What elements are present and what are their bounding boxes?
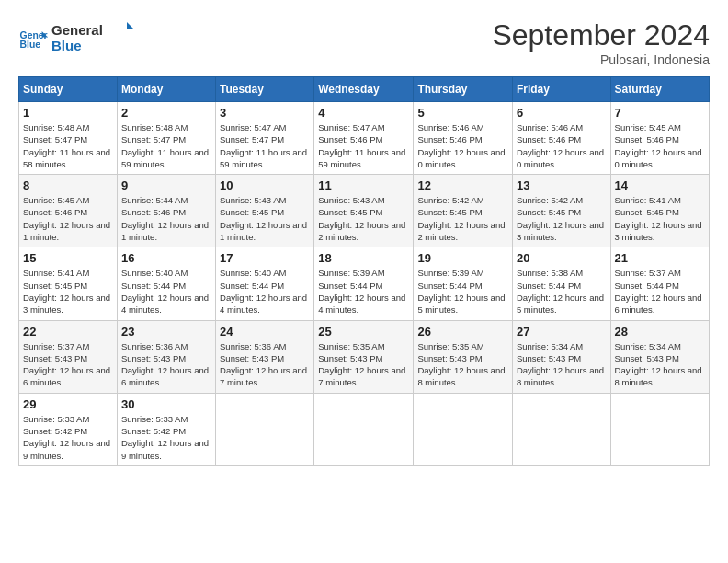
calendar-cell: 2 Sunrise: 5:48 AM Sunset: 5:47 PM Dayli…	[117, 102, 215, 175]
day-number: 9	[121, 178, 211, 192]
day-number: 7	[615, 106, 705, 120]
logo-svg: General Blue	[51, 18, 134, 55]
calendar-cell: 29 Sunrise: 5:33 AM Sunset: 5:42 PM Dayl…	[19, 393, 118, 465]
logo-icon: General Blue	[18, 24, 48, 53]
calendar-table: SundayMondayTuesdayWednesdayThursdayFrid…	[18, 76, 710, 466]
calendar-cell: 24 Sunrise: 5:36 AM Sunset: 5:43 PM Dayl…	[216, 320, 314, 393]
day-number: 10	[220, 178, 310, 192]
calendar-week-5: 29 Sunrise: 5:33 AM Sunset: 5:42 PM Dayl…	[19, 393, 710, 465]
calendar-cell: 10 Sunrise: 5:43 AM Sunset: 5:45 PM Dayl…	[216, 175, 314, 247]
day-number: 4	[318, 106, 409, 120]
calendar-cell: 27 Sunrise: 5:34 AM Sunset: 5:43 PM Dayl…	[512, 320, 610, 393]
day-number: 12	[417, 178, 508, 192]
day-number: 21	[615, 251, 705, 265]
day-number: 23	[121, 325, 211, 339]
day-number: 28	[615, 325, 705, 339]
day-info: Sunrise: 5:42 AM Sunset: 5:45 PM Dayligh…	[517, 194, 607, 243]
col-header-sunday: Sunday	[19, 77, 118, 102]
calendar-cell: 6 Sunrise: 5:46 AM Sunset: 5:46 PM Dayli…	[512, 102, 610, 175]
day-number: 20	[517, 251, 607, 265]
day-number: 8	[23, 178, 113, 192]
calendar-cell	[216, 393, 314, 465]
calendar-cell: 3 Sunrise: 5:47 AM Sunset: 5:47 PM Dayli…	[216, 102, 314, 175]
title-block: September 2024 Pulosari, Indonesia	[492, 18, 710, 67]
col-header-thursday: Thursday	[414, 77, 513, 102]
calendar-week-2: 8 Sunrise: 5:45 AM Sunset: 5:46 PM Dayli…	[19, 175, 710, 247]
day-number: 14	[615, 178, 705, 192]
day-info: Sunrise: 5:39 AM Sunset: 5:44 PM Dayligh…	[318, 267, 409, 316]
calendar-cell: 20 Sunrise: 5:38 AM Sunset: 5:44 PM Dayl…	[512, 247, 610, 320]
day-info: Sunrise: 5:34 AM Sunset: 5:43 PM Dayligh…	[615, 340, 705, 389]
day-info: Sunrise: 5:43 AM Sunset: 5:45 PM Dayligh…	[220, 194, 310, 243]
day-info: Sunrise: 5:45 AM Sunset: 5:46 PM Dayligh…	[615, 121, 705, 170]
calendar-cell: 18 Sunrise: 5:39 AM Sunset: 5:44 PM Dayl…	[314, 247, 414, 320]
svg-text:Blue: Blue	[20, 40, 41, 50]
calendar-cell: 5 Sunrise: 5:46 AM Sunset: 5:46 PM Dayli…	[414, 102, 513, 175]
day-info: Sunrise: 5:33 AM Sunset: 5:42 PM Dayligh…	[121, 413, 211, 462]
col-header-wednesday: Wednesday	[314, 77, 414, 102]
calendar-cell: 17 Sunrise: 5:40 AM Sunset: 5:44 PM Dayl…	[216, 247, 314, 320]
calendar-cell	[512, 393, 610, 465]
month-title: September 2024	[492, 18, 710, 52]
day-info: Sunrise: 5:42 AM Sunset: 5:45 PM Dayligh…	[417, 194, 508, 243]
day-info: Sunrise: 5:46 AM Sunset: 5:46 PM Dayligh…	[517, 121, 607, 170]
calendar-cell	[414, 393, 513, 465]
day-number: 16	[121, 251, 211, 265]
calendar-cell: 13 Sunrise: 5:42 AM Sunset: 5:45 PM Dayl…	[512, 175, 610, 247]
day-number: 11	[318, 178, 409, 192]
svg-text:General: General	[51, 22, 103, 38]
calendar-week-4: 22 Sunrise: 5:37 AM Sunset: 5:43 PM Dayl…	[19, 320, 710, 393]
day-info: Sunrise: 5:41 AM Sunset: 5:45 PM Dayligh…	[615, 194, 705, 243]
day-info: Sunrise: 5:34 AM Sunset: 5:43 PM Dayligh…	[517, 340, 607, 389]
col-header-friday: Friday	[512, 77, 610, 102]
calendar-cell: 7 Sunrise: 5:45 AM Sunset: 5:46 PM Dayli…	[610, 102, 709, 175]
calendar-cell: 8 Sunrise: 5:45 AM Sunset: 5:46 PM Dayli…	[19, 175, 118, 247]
day-info: Sunrise: 5:36 AM Sunset: 5:43 PM Dayligh…	[220, 340, 310, 389]
col-header-tuesday: Tuesday	[216, 77, 314, 102]
day-info: Sunrise: 5:45 AM Sunset: 5:46 PM Dayligh…	[23, 194, 113, 243]
day-number: 17	[220, 251, 310, 265]
day-info: Sunrise: 5:47 AM Sunset: 5:46 PM Dayligh…	[318, 121, 409, 170]
calendar-cell: 9 Sunrise: 5:44 AM Sunset: 5:46 PM Dayli…	[117, 175, 215, 247]
day-number: 29	[23, 397, 113, 411]
day-info: Sunrise: 5:37 AM Sunset: 5:43 PM Dayligh…	[23, 340, 113, 389]
day-info: Sunrise: 5:38 AM Sunset: 5:44 PM Dayligh…	[517, 267, 607, 316]
day-info: Sunrise: 5:47 AM Sunset: 5:47 PM Dayligh…	[220, 121, 310, 170]
calendar-cell: 28 Sunrise: 5:34 AM Sunset: 5:43 PM Dayl…	[610, 320, 709, 393]
day-info: Sunrise: 5:35 AM Sunset: 5:43 PM Dayligh…	[318, 340, 409, 389]
day-info: Sunrise: 5:43 AM Sunset: 5:45 PM Dayligh…	[318, 194, 409, 243]
calendar-cell: 4 Sunrise: 5:47 AM Sunset: 5:46 PM Dayli…	[314, 102, 414, 175]
calendar-cell: 16 Sunrise: 5:40 AM Sunset: 5:44 PM Dayl…	[117, 247, 215, 320]
day-number: 24	[220, 325, 310, 339]
day-number: 30	[121, 397, 211, 411]
calendar-week-1: 1 Sunrise: 5:48 AM Sunset: 5:47 PM Dayli…	[19, 102, 710, 175]
day-number: 6	[517, 106, 607, 120]
col-header-saturday: Saturday	[610, 77, 709, 102]
day-info: Sunrise: 5:40 AM Sunset: 5:44 PM Dayligh…	[121, 267, 211, 316]
calendar-week-3: 15 Sunrise: 5:41 AM Sunset: 5:45 PM Dayl…	[19, 247, 710, 320]
calendar-cell: 12 Sunrise: 5:42 AM Sunset: 5:45 PM Dayl…	[414, 175, 513, 247]
day-number: 22	[23, 325, 113, 339]
calendar-cell: 30 Sunrise: 5:33 AM Sunset: 5:42 PM Dayl…	[117, 393, 215, 465]
calendar-cell: 19 Sunrise: 5:39 AM Sunset: 5:44 PM Dayl…	[414, 247, 513, 320]
day-number: 1	[23, 106, 113, 120]
day-number: 15	[23, 251, 113, 265]
svg-marker-4	[127, 22, 134, 29]
day-number: 26	[417, 325, 508, 339]
day-number: 18	[318, 251, 409, 265]
col-header-monday: Monday	[117, 77, 215, 102]
day-number: 13	[517, 178, 607, 192]
day-info: Sunrise: 5:44 AM Sunset: 5:46 PM Dayligh…	[121, 194, 211, 243]
page-header: General Blue General Blue September 2024…	[18, 18, 710, 67]
day-info: Sunrise: 5:46 AM Sunset: 5:46 PM Dayligh…	[417, 121, 508, 170]
logo: General Blue General Blue	[18, 18, 134, 59]
day-info: Sunrise: 5:33 AM Sunset: 5:42 PM Dayligh…	[23, 413, 113, 462]
day-number: 25	[318, 325, 409, 339]
calendar-cell: 23 Sunrise: 5:36 AM Sunset: 5:43 PM Dayl…	[117, 320, 215, 393]
day-number: 3	[220, 106, 310, 120]
day-info: Sunrise: 5:40 AM Sunset: 5:44 PM Dayligh…	[220, 267, 310, 316]
location-subtitle: Pulosari, Indonesia	[492, 52, 710, 67]
day-info: Sunrise: 5:48 AM Sunset: 5:47 PM Dayligh…	[23, 121, 113, 170]
day-info: Sunrise: 5:39 AM Sunset: 5:44 PM Dayligh…	[417, 267, 508, 316]
day-number: 27	[517, 325, 607, 339]
